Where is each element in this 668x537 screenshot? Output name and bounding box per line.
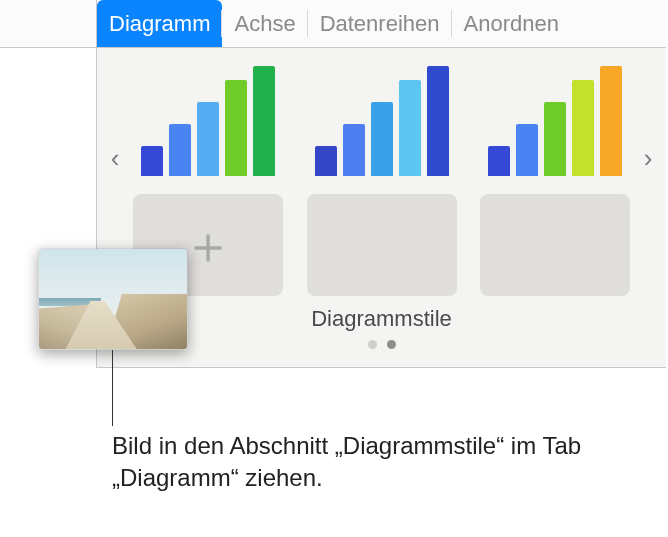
styles-next-icon[interactable]: › [634, 138, 662, 178]
inspector-tabs: Diagramm Achse Datenreihen Anordnen [97, 0, 666, 48]
chart-bar [371, 102, 393, 176]
chart-bar [225, 80, 247, 176]
chart-bar [343, 124, 365, 176]
tab-datenreihen[interactable]: Datenreihen [308, 0, 452, 47]
tab-diagramm[interactable]: Diagramm [97, 0, 222, 47]
custom-style-row: ＋ [133, 194, 630, 296]
chart-bar [600, 66, 622, 176]
chart-style-thumb[interactable] [133, 66, 283, 176]
pager-dot[interactable] [387, 340, 396, 349]
plus-icon: ＋ [182, 219, 234, 271]
chart-style-row [133, 66, 630, 176]
chart-bar [399, 80, 421, 176]
pager-dot[interactable] [368, 340, 377, 349]
tab-achse[interactable]: Achse [222, 0, 307, 47]
tab-anordnen[interactable]: Anordnen [452, 0, 571, 47]
chart-bar [488, 146, 510, 176]
chart-bar [169, 124, 191, 176]
empty-style-slot[interactable] [480, 194, 630, 296]
chart-bar [544, 102, 566, 176]
callout-leader-line [112, 350, 113, 426]
chart-style-thumb[interactable] [307, 66, 457, 176]
styles-pager [133, 340, 630, 349]
chart-style-thumb[interactable] [480, 66, 630, 176]
chart-bar [427, 66, 449, 176]
chart-bar [197, 102, 219, 176]
styles-prev-icon[interactable]: ‹ [101, 138, 129, 178]
callout-text: Bild in den Abschnitt „Diagrammstile“ im… [112, 430, 632, 495]
panel-left-gutter [0, 0, 96, 48]
dragged-image-thumbnail[interactable] [38, 248, 188, 350]
chart-bar [315, 146, 337, 176]
chart-bar [141, 146, 163, 176]
section-title: Diagrammstile [133, 306, 630, 332]
chart-bar [253, 66, 275, 176]
chart-bar [516, 124, 538, 176]
empty-style-slot[interactable] [307, 194, 457, 296]
chart-bar [572, 80, 594, 176]
